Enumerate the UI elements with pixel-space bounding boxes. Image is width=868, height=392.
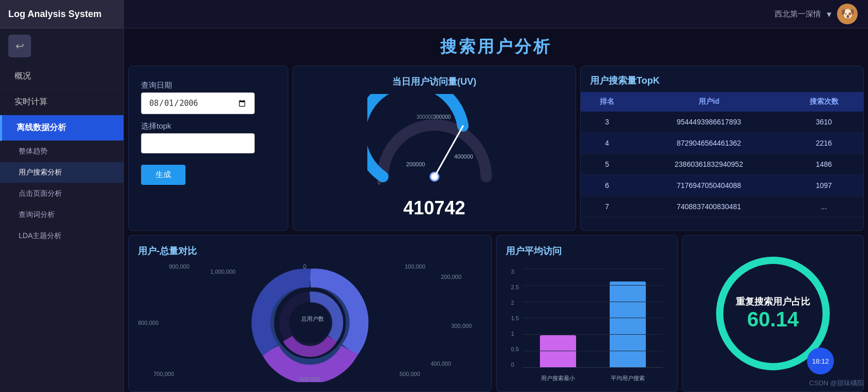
scale-500k: 500,000 <box>399 371 420 377</box>
userid-cell: 8729046564461362 <box>633 133 784 154</box>
scale-100k: 100,000 <box>405 263 425 270</box>
scale-600k: 600,000 <box>300 376 320 382</box>
main-content: 西北第一深情 ▼ 🐶 搜索用户分析 查询日期 选择topk 20 生成 当日用户… <box>124 0 868 392</box>
repeat-label: 重复搜索用户占比 <box>736 296 810 308</box>
svg-text:0: 0 <box>378 180 381 185</box>
userid-cell: 23860361832940952 <box>633 154 784 175</box>
sidebar-item-trend[interactable]: 整体趋势 <box>0 141 123 162</box>
topk-group: 选择topk 20 <box>141 121 255 153</box>
donut-card: 用户-总量对比 900,000 800,000 700,000 600,000 … <box>128 235 492 392</box>
svg-text:400000: 400000 <box>454 153 473 160</box>
x-label-1: 用户搜索最小 <box>541 374 575 382</box>
col-count: 搜索次数 <box>784 92 863 112</box>
svg-text:300000: 300000 <box>416 114 434 120</box>
scale-800k: 800,000 <box>138 320 159 326</box>
rank-cell: 6 <box>581 175 633 196</box>
svg-text:300000: 300000 <box>433 114 451 120</box>
bar-card: 用户平均访问 3 2.5 2 1.5 1 0.5 0 <box>496 235 678 392</box>
watermark: CSDN @甜味橘阳 <box>809 379 864 388</box>
donut-title: 用户-总量对比 <box>138 245 482 257</box>
bar-chart-area: 3 2.5 2 1.5 1 0.5 0 <box>506 263 668 382</box>
sidebar-item-user-search[interactable]: 用户搜索分析 <box>0 162 123 183</box>
topk-card: 用户搜索量TopK 排名 用户id 搜索次数 3 954449398661789… <box>580 66 864 231</box>
repeat-value: 60.14 <box>747 308 799 331</box>
date-group: 查询日期 <box>141 81 255 114</box>
donut-svg: 总用户数 <box>217 263 403 382</box>
username: 西北第一深情 <box>774 9 821 19</box>
back-icon: ↩ <box>16 40 24 52</box>
col-rank: 排名 <box>581 92 633 112</box>
sidebar-item-lda[interactable]: LDA主题分析 <box>0 226 123 247</box>
time-badge: 18:12 <box>807 348 834 374</box>
y-tick-3: 3 <box>511 269 519 275</box>
count-cell: 3610 <box>784 112 863 133</box>
count-cell: 1486 <box>784 154 863 175</box>
y-tick-2-5: 2.5 <box>511 284 519 290</box>
sidebar-item-overview[interactable]: 概况 <box>0 64 123 89</box>
repeat-gauge-wrap: 重复搜索用户占比 60.14 18:12 <box>716 257 830 370</box>
rank-cell: 3 <box>581 112 633 133</box>
bar-plot: 用户搜索最小 平均用户搜索 <box>523 269 663 382</box>
y-tick-0-5: 0.5 <box>511 346 519 352</box>
svg-text:200000: 200000 <box>406 161 425 167</box>
repeat-gauge-card: 重复搜索用户占比 60.14 18:12 <box>682 235 864 392</box>
bar-chart-inner: 3 2.5 2 1.5 1 0.5 0 <box>511 269 663 382</box>
y-tick-1-5: 1.5 <box>511 315 519 321</box>
count-cell: 2216 <box>784 133 863 154</box>
uv-card-title: 当日用户访问量(UV) <box>392 75 476 88</box>
topk-label: 选择topk <box>141 121 255 131</box>
dropdown-icon[interactable]: ▼ <box>825 10 833 19</box>
y-tick-1: 1 <box>511 331 519 337</box>
scale-1m: 1,000,000 <box>210 269 236 275</box>
content-grid: 查询日期 选择topk 20 生成 当日用户访问量(UV) <box>124 66 868 392</box>
scale-0: 0 <box>303 263 306 270</box>
uv-card: 当日用户访问量(UV) 0 300000 300000 <box>292 66 576 231</box>
date-label: 查询日期 <box>141 81 255 90</box>
scale-900k: 900,000 <box>169 263 190 270</box>
y-tick-2: 2 <box>511 300 519 306</box>
x-label-2: 平均用户搜索 <box>611 374 645 382</box>
avatar: 🐶 <box>837 4 858 24</box>
back-button[interactable]: ↩ <box>8 35 31 57</box>
date-input[interactable] <box>141 92 255 114</box>
table-row: 6 7176947050404088 1097 <box>581 175 863 196</box>
generate-button[interactable]: 生成 <box>141 165 185 185</box>
rank-cell: 7 <box>581 196 633 217</box>
grid-lines <box>523 269 663 368</box>
sidebar-item-realtime[interactable]: 实时计算 <box>0 89 123 115</box>
y-axis: 3 2.5 2 1.5 1 0.5 0 <box>511 269 519 382</box>
count-cell: ... <box>784 196 863 217</box>
sidebar: Log Analysis System ↩ 概况 实时计算 离线数据分析 整体趋… <box>0 0 124 392</box>
col-userid: 用户id <box>633 92 784 112</box>
main-header: 西北第一深情 ▼ 🐶 <box>124 0 868 28</box>
rank-cell: 5 <box>581 154 633 175</box>
topk-input[interactable]: 20 <box>141 133 255 153</box>
sidebar-item-query-word[interactable]: 查询词分析 <box>0 205 123 226</box>
table-row: 3 9544493986617893 3610 <box>581 112 863 133</box>
svg-line-1 <box>435 126 463 177</box>
sidebar-item-click-page[interactable]: 点击页面分析 <box>0 183 123 205</box>
sidebar-item-offline[interactable]: 离线数据分析 <box>0 115 123 141</box>
topk-table: 排名 用户id 搜索次数 3 9544493986617893 3610 4 8… <box>581 92 863 217</box>
header-user[interactable]: 西北第一深情 ▼ 🐶 <box>774 4 858 24</box>
donut-chart-area: 900,000 800,000 700,000 600,000 500,000 … <box>138 263 482 382</box>
table-row: 4 8729046564461362 2216 <box>581 133 863 154</box>
count-cell: 1097 <box>784 175 863 196</box>
scale-400k: 400,000 <box>430 360 451 367</box>
sidebar-title: Log Analysis System <box>0 0 123 28</box>
x-axis: 用户搜索最小 平均用户搜索 <box>523 374 663 382</box>
topk-title: 用户搜索量TopK <box>581 66 863 92</box>
page-title: 搜索用户分析 <box>124 28 868 66</box>
userid-cell: 9544493986617893 <box>633 112 784 133</box>
userid-cell: 7176947050404088 <box>633 175 784 196</box>
svg-point-9 <box>295 308 325 338</box>
scale-200k: 200,000 <box>441 274 461 280</box>
table-row: 7 7408837400830481 ... <box>581 196 863 217</box>
bar-title: 用户平均访问 <box>506 245 668 257</box>
userid-cell: 7408837400830481 <box>633 196 784 217</box>
scale-300k: 300,000 <box>451 323 472 329</box>
uv-gauge: 0 300000 300000 200000 400000 <box>367 94 502 208</box>
svg-text:总用户数: 总用户数 <box>301 316 324 322</box>
bottom-row: 用户-总量对比 900,000 800,000 700,000 600,000 … <box>128 235 864 392</box>
query-form-card: 查询日期 选择topk 20 生成 <box>128 66 288 231</box>
